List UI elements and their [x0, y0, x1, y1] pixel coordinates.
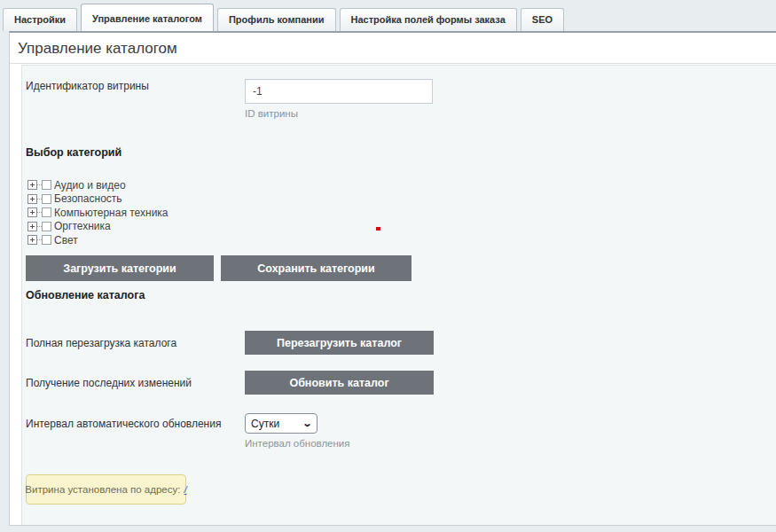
categories-heading: Выбор категорий [26, 146, 121, 159]
category-label: Оргтехника [54, 220, 111, 232]
interval-select-value: Сутки [251, 418, 303, 430]
expand-plus-icon[interactable] [27, 180, 37, 190]
latest-changes-label: Получение последних изменений [26, 377, 192, 389]
load-categories-button[interactable]: Загрузить категории [26, 255, 214, 281]
category-label: Компьютерная техника [54, 207, 169, 219]
chevron-down-icon: ⌄ [302, 419, 312, 428]
tab-company-profile[interactable]: Профиль компании [217, 8, 336, 31]
tab-catalog-management[interactable]: Управление каталогом [81, 4, 214, 31]
expand-plus-icon[interactable] [27, 222, 37, 231]
category-checkbox[interactable] [42, 194, 51, 204]
storefront-id-label: Идентификатор витрины [26, 80, 149, 92]
interval-select[interactable]: Сутки ⌄ [245, 413, 317, 434]
category-checkbox[interactable] [42, 222, 51, 231]
tree-row: Компьютерная техника [27, 206, 169, 219]
tree-row: Безопасность [27, 192, 169, 206]
storefront-id-helper: ID витрины [245, 108, 298, 119]
update-heading: Обновление каталога [26, 289, 145, 301]
page-title: Управление каталогом [10, 33, 776, 58]
category-label: Безопасность [54, 192, 122, 205]
category-checkbox[interactable] [42, 180, 51, 190]
tree-row: Свет [27, 233, 169, 246]
category-label: Аудио и видео [54, 179, 126, 192]
category-tree: Аудио и видео Безопасность Компьютерная … [27, 178, 169, 247]
storefront-notice: Витрина установлена по адресу: / [26, 474, 186, 505]
expand-plus-icon[interactable] [27, 207, 37, 217]
tree-row: Аудио и видео [27, 178, 169, 192]
full-reload-label: Полная перезагрузка каталога [26, 337, 176, 349]
expand-plus-icon[interactable] [27, 235, 37, 245]
auto-update-interval-label: Интервал автоматического обновления [26, 418, 221, 430]
tab-bar: Настройки Управление каталогом Профиль к… [0, 0, 776, 31]
tree-row: Оргтехника [27, 220, 169, 233]
red-marker-dot [376, 227, 380, 231]
title-band: Управление каталогом [10, 33, 776, 64]
expand-plus-icon[interactable] [27, 194, 37, 204]
catalog-form: Идентификатор витрины ID витрины Выбор к… [21, 65, 776, 525]
main-panel: Управление каталогом Идентификатор витри… [9, 31, 776, 526]
reload-catalog-button[interactable]: Перезагрузить каталог [245, 331, 434, 355]
tab-seo[interactable]: SEO [521, 8, 564, 31]
category-checkbox[interactable] [42, 207, 51, 217]
save-categories-button[interactable]: Сохранить категории [221, 255, 412, 281]
category-label: Свет [54, 234, 78, 246]
notice-text: Витрина установлена по адресу: [25, 484, 180, 495]
storefront-url-link[interactable]: / [184, 484, 186, 495]
interval-helper: Интервал обновления [245, 438, 350, 449]
tab-settings[interactable]: Настройки [3, 8, 77, 31]
storefront-id-input[interactable] [245, 79, 433, 104]
update-catalog-button[interactable]: Обновить каталог [245, 371, 434, 395]
category-checkbox[interactable] [42, 235, 51, 245]
tab-order-form-fields[interactable]: Настройка полей формы заказа [340, 8, 517, 31]
